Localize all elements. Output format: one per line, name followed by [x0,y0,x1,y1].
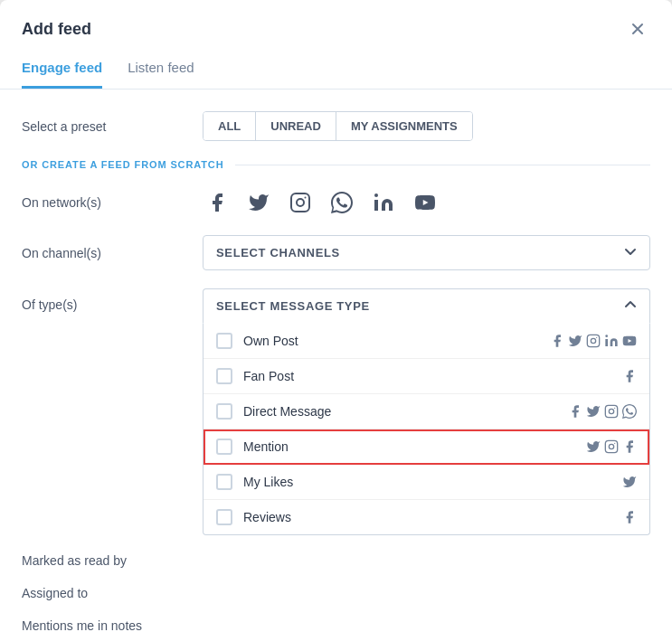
fan-post-label: Fan Post [243,369,622,383]
svg-point-1 [297,199,304,206]
fb5-sm-icon [622,510,637,524]
scratch-label: OR CREATE A FEED FROM SCRATCH [22,159,224,170]
type-label: Of type(s) [22,288,203,312]
modal-body: Select a preset ALL UNREAD MY ASSIGNMENT… [0,90,672,632]
divider-line [235,165,650,165]
own-post-icons [550,334,637,348]
reviews-label: Reviews [243,510,622,524]
my-likes-label: My Likes [243,475,622,489]
my-likes-icons [622,475,637,489]
channel-dropdown[interactable]: SELECT CHANNELS [203,235,650,270]
own-post-checkbox[interactable] [216,333,232,349]
tab-engage[interactable]: Engage feed [22,49,102,89]
twitter-icon[interactable] [244,188,273,217]
ig2-sm-icon [604,404,619,419]
mention-label: Mention [243,439,586,454]
svg-point-2 [305,197,307,199]
preset-my-assignments-button[interactable]: MY ASSIGNMENTS [336,112,472,140]
mention-icons [586,439,637,454]
mentions-label: Mentions me in notes [22,618,203,632]
tw-sm-icon [568,334,582,348]
direct-message-checkbox[interactable] [216,403,232,420]
svg-rect-9 [605,339,608,346]
svg-rect-3 [374,200,378,211]
whatsapp-icon[interactable] [327,188,356,217]
svg-rect-15 [605,440,617,452]
svg-rect-0 [291,193,309,212]
linkedin-icon[interactable] [369,188,398,217]
li-sm-icon [604,334,619,348]
yt-sm-icon [622,334,637,348]
direct-message-label: Direct Message [243,404,568,419]
channel-dropdown-label: SELECT CHANNELS [216,246,340,259]
tw4-sm-icon [622,475,637,489]
type-option-own-post[interactable]: Own Post [203,324,649,359]
fb-sm-icon [550,334,564,348]
assigned-row: Assigned to [22,586,650,600]
type-control: SELECT MESSAGE TYPE Own Post [203,288,650,535]
read-label: Marked as read by [22,553,203,568]
my-likes-checkbox[interactable] [216,474,232,490]
type-dropdown-arrow [624,298,637,314]
read-row: Marked as read by [22,553,650,568]
youtube-icon[interactable] [411,188,440,217]
channel-label: On channel(s) [22,246,203,260]
own-post-label: Own Post [243,334,550,348]
preset-unread-button[interactable]: UNREAD [256,112,336,140]
preset-row: Select a preset ALL UNREAD MY ASSIGNMENT… [22,111,650,141]
type-option-reviews[interactable]: Reviews [203,500,649,534]
svg-rect-6 [587,335,599,346]
ig3-sm-icon [604,439,619,454]
network-row: On network(s) [22,188,650,217]
type-option-fan-post[interactable]: Fan Post [203,359,649,394]
fan-post-icons [622,369,637,383]
reviews-icons [622,510,637,524]
type-dropdown-label: SELECT MESSAGE TYPE [216,299,370,313]
modal-header: Add feed [0,0,672,42]
svg-point-16 [609,444,613,448]
type-dropdown-menu: Own Post Fan Post [203,324,650,535]
preset-label: Select a preset [22,119,203,134]
preset-buttons-group: ALL UNREAD MY ASSIGNMENTS [203,111,473,141]
svg-point-14 [614,408,615,409]
channel-control: SELECT CHANNELS [203,235,650,270]
tabs-bar: Engage feed Listen feed [0,49,672,90]
wa-sm-icon [622,404,637,419]
add-feed-modal: Add feed Engage feed Listen feed Select … [0,0,672,632]
modal-title: Add feed [22,20,91,39]
channel-row: On channel(s) SELECT CHANNELS [22,235,650,270]
assigned-label: Assigned to [22,586,203,600]
direct-message-icons [568,404,637,419]
close-icon [629,20,647,38]
mention-checkbox[interactable] [216,439,232,455]
type-option-my-likes[interactable]: My Likes [203,465,649,500]
fan-post-checkbox[interactable] [216,368,232,384]
mentions-row: Mentions me in notes [22,618,650,632]
svg-point-7 [591,338,595,343]
svg-point-10 [605,335,608,337]
facebook-icon[interactable] [203,188,232,217]
type-dropdown[interactable]: SELECT MESSAGE TYPE [203,288,650,324]
type-option-direct-message[interactable]: Direct Message [203,394,649,429]
tw2-sm-icon [586,404,601,419]
svg-point-4 [374,193,378,197]
tab-listen[interactable]: Listen feed [128,49,194,89]
reviews-checkbox[interactable] [216,509,232,525]
preset-control: ALL UNREAD MY ASSIGNMENTS [203,111,650,141]
type-option-mention[interactable]: Mention [203,429,649,465]
fb3-sm-icon [568,404,582,419]
svg-point-17 [614,443,615,444]
preset-all-button[interactable]: ALL [203,112,256,140]
fb4-sm-icon [622,439,637,454]
scratch-section-divider: OR CREATE A FEED FROM SCRATCH [22,159,650,170]
close-button[interactable] [625,16,650,42]
network-icons-group [203,188,650,217]
instagram-icon[interactable] [286,188,315,217]
ig-sm-icon [586,334,601,348]
type-row: Of type(s) SELECT MESSAGE TYPE Own Post [22,288,650,535]
svg-point-8 [596,337,597,338]
svg-rect-12 [605,405,617,417]
channel-dropdown-arrow [624,245,637,260]
svg-point-13 [609,409,613,413]
network-label: On network(s) [22,195,203,210]
